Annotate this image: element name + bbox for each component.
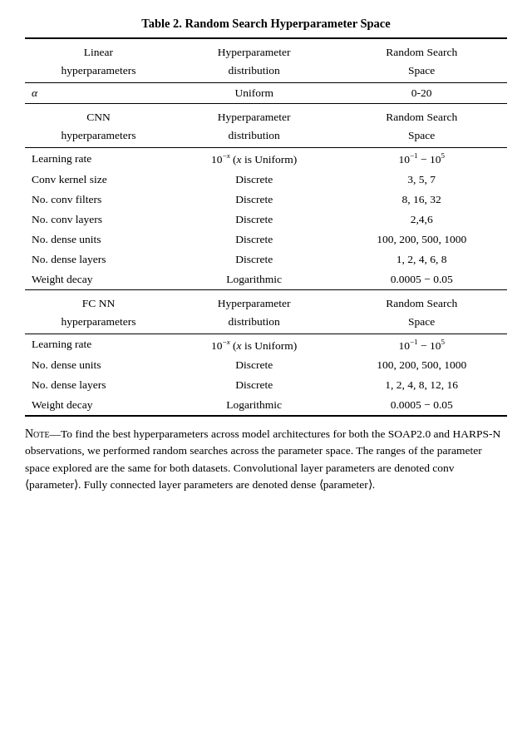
fcnn-dist-dense-units: Discrete bbox=[172, 355, 337, 375]
cnn-col3-header2: Space bbox=[336, 126, 507, 148]
fcnn-col3-header2: Space bbox=[336, 312, 507, 334]
fcnn-param-dense-units: No. dense units bbox=[25, 355, 172, 375]
cnn-dist-dense-layers: Discrete bbox=[172, 250, 337, 269]
linear-col2-header2: distribution bbox=[172, 61, 337, 83]
fcnn-space-wd: 0.0005 − 0.05 bbox=[336, 395, 507, 416]
main-table: Linear Hyperparameter Random Search hype… bbox=[25, 37, 507, 417]
cnn-row-dense-units: No. dense units Discrete 100, 200, 500, … bbox=[25, 230, 507, 250]
fcnn-param-dense-layers: No. dense layers bbox=[25, 375, 172, 395]
linear-dist: Uniform bbox=[172, 83, 337, 104]
linear-col3-header1: Random Search bbox=[336, 38, 507, 61]
cnn-space-filters: 8, 16, 32 bbox=[336, 190, 507, 210]
fcnn-row-dense-units: No. dense units Discrete 100, 200, 500, … bbox=[25, 355, 507, 375]
fcnn-row-dense-layers: No. dense layers Discrete 1, 2, 4, 8, 12… bbox=[25, 375, 507, 395]
fcnn-col2-header2: distribution bbox=[172, 312, 337, 334]
fcnn-space-dense-layers: 1, 2, 4, 8, 12, 16 bbox=[336, 375, 507, 395]
linear-col1-header1: Linear bbox=[25, 38, 172, 61]
linear-data-row: α Uniform 0-20 bbox=[25, 83, 507, 104]
fcnn-param-wd: Weight decay bbox=[25, 395, 172, 416]
cnn-header-row1: CNN Hyperparameter Random Search bbox=[25, 104, 507, 126]
fcnn-col2-header1: Hyperparameter bbox=[172, 289, 337, 312]
cnn-row-weight-decay: Weight decay Logarithmic 0.0005 − 0.05 bbox=[25, 269, 507, 290]
cnn-param-dense-units: No. dense units bbox=[25, 230, 172, 250]
cnn-col3-header1: Random Search bbox=[336, 104, 507, 126]
cnn-col2-header2: distribution bbox=[172, 126, 337, 148]
cnn-space-dense-units: 100, 200, 500, 1000 bbox=[336, 230, 507, 250]
cnn-space-dense-layers: 1, 2, 4, 6, 8 bbox=[336, 250, 507, 269]
linear-space: 0-20 bbox=[336, 83, 507, 104]
linear-col1-header2: hyperparameters bbox=[25, 61, 172, 83]
fcnn-row-weight-decay: Weight decay Logarithmic 0.0005 − 0.05 bbox=[25, 395, 507, 416]
cnn-dist-filters: Discrete bbox=[172, 190, 337, 210]
fcnn-param-lr: Learning rate bbox=[25, 334, 172, 355]
fcnn-col3-header1: Random Search bbox=[336, 289, 507, 312]
cnn-row-filters: No. conv filters Discrete 8, 16, 32 bbox=[25, 190, 507, 210]
cnn-space-conv-layers: 2,4,6 bbox=[336, 210, 507, 230]
cnn-col1-header2: hyperparameters bbox=[25, 126, 172, 148]
note-text: —To find the best hyperparameters across… bbox=[25, 427, 500, 491]
fcnn-col1-header2: hyperparameters bbox=[25, 312, 172, 334]
cnn-param-lr: Learning rate bbox=[25, 148, 172, 170]
cnn-col1-header1: CNN bbox=[25, 104, 172, 126]
linear-header-row2: hyperparameters distribution Space bbox=[25, 61, 507, 83]
fcnn-dist-lr: 10−x (x is Uniform) bbox=[172, 334, 337, 355]
cnn-dist-wd: Logarithmic bbox=[172, 269, 337, 290]
linear-col3-header2: Space bbox=[336, 61, 507, 83]
cnn-dist-kernel: Discrete bbox=[172, 170, 337, 190]
fcnn-col1-header1: FC NN bbox=[25, 289, 172, 312]
cnn-row-dense-layers: No. dense layers Discrete 1, 2, 4, 6, 8 bbox=[25, 250, 507, 269]
cnn-space-wd: 0.0005 − 0.05 bbox=[336, 269, 507, 290]
cnn-row-learning-rate: Learning rate 10−x (x is Uniform) 10−1 −… bbox=[25, 148, 507, 170]
fcnn-row-learning-rate: Learning rate 10−x (x is Uniform) 10−1 −… bbox=[25, 334, 507, 355]
cnn-row-kernel: Conv kernel size Discrete 3, 5, 7 bbox=[25, 170, 507, 190]
cnn-param-conv-layers: No. conv layers bbox=[25, 210, 172, 230]
note-label: Note bbox=[25, 427, 50, 440]
cnn-col2-header1: Hyperparameter bbox=[172, 104, 337, 126]
fcnn-space-lr: 10−1 − 105 bbox=[336, 334, 507, 355]
linear-col2-header1: Hyperparameter bbox=[172, 38, 337, 61]
cnn-dist-conv-layers: Discrete bbox=[172, 210, 337, 230]
note-section: Note—To find the best hyperparameters ac… bbox=[25, 425, 507, 493]
cnn-param-wd: Weight decay bbox=[25, 269, 172, 290]
fcnn-dist-wd: Logarithmic bbox=[172, 395, 337, 416]
fcnn-header-row1: FC NN Hyperparameter Random Search bbox=[25, 289, 507, 312]
cnn-dist-lr: 10−x (x is Uniform) bbox=[172, 148, 337, 170]
fcnn-space-dense-units: 100, 200, 500, 1000 bbox=[336, 355, 507, 375]
fcnn-header-row2: hyperparameters distribution Space bbox=[25, 312, 507, 334]
fcnn-dist-dense-layers: Discrete bbox=[172, 375, 337, 395]
linear-param: α bbox=[25, 83, 172, 104]
cnn-param-filters: No. conv filters bbox=[25, 190, 172, 210]
cnn-param-kernel: Conv kernel size bbox=[25, 170, 172, 190]
cnn-header-row2: hyperparameters distribution Space bbox=[25, 126, 507, 148]
cnn-space-kernel: 3, 5, 7 bbox=[336, 170, 507, 190]
cnn-param-dense-layers: No. dense layers bbox=[25, 250, 172, 269]
table-title: Table 2. Random Search Hyperparameter Sp… bbox=[25, 17, 507, 31]
linear-header-row1: Linear Hyperparameter Random Search bbox=[25, 38, 507, 61]
cnn-dist-dense-units: Discrete bbox=[172, 230, 337, 250]
cnn-space-lr: 10−1 − 105 bbox=[336, 148, 507, 170]
cnn-row-conv-layers: No. conv layers Discrete 2,4,6 bbox=[25, 210, 507, 230]
